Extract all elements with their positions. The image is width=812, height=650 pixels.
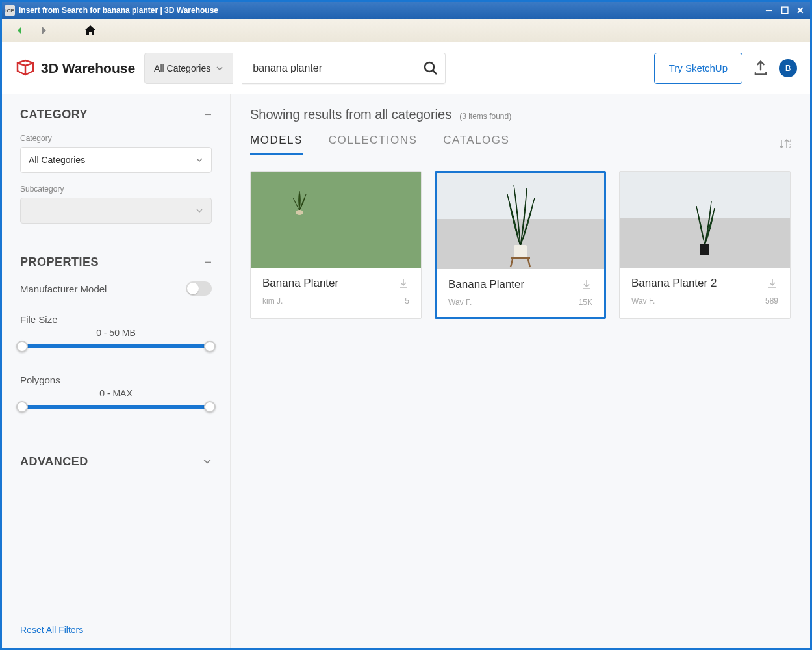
polygons-slider[interactable] — [20, 405, 212, 409]
tab-collections[interactable]: COLLECTIONS — [329, 134, 417, 155]
model-card[interactable]: Banana Planter kim J. 5 — [250, 171, 422, 319]
model-views: 5 — [405, 296, 409, 306]
logo[interactable]: 3D Warehouse — [15, 58, 135, 79]
download-icon[interactable] — [398, 278, 409, 289]
back-button[interactable] — [14, 24, 27, 37]
nav-toolbar — [2, 19, 810, 42]
file-size-handle-min[interactable] — [16, 341, 28, 352]
model-thumbnail — [620, 172, 790, 268]
advanced-section-title: ADVANCED — [20, 455, 88, 469]
logo-icon — [15, 58, 36, 79]
category-section-title: CATEGORY — [20, 108, 88, 122]
file-size-value: 0 - 50 MB — [20, 328, 212, 338]
maximize-button[interactable]: ☐ — [778, 5, 792, 16]
manufacturer-toggle-label: Manufacturer Model — [20, 283, 107, 294]
expand-advanced-icon[interactable] — [203, 454, 212, 469]
polygons-label: Polygons — [20, 374, 212, 385]
category-select[interactable]: All Categories — [20, 147, 212, 173]
logo-text: 3D Warehouse — [41, 60, 135, 76]
search-input[interactable] — [249, 62, 423, 74]
svg-line-7 — [528, 259, 530, 267]
polygons-value: 0 - MAX — [20, 388, 212, 398]
svg-point-4 — [296, 210, 303, 215]
titlebar: ICE Insert from Search for banana plante… — [2, 2, 810, 19]
svg-rect-5 — [514, 245, 527, 259]
model-title: Banana Planter 2 — [631, 277, 717, 290]
svg-rect-9 — [700, 244, 709, 255]
download-icon[interactable] — [767, 278, 778, 289]
file-size-slider[interactable] — [20, 344, 212, 348]
window-title: Insert from Search for banana planter | … — [19, 6, 218, 15]
model-views: 15K — [579, 298, 592, 307]
chevron-down-icon — [216, 64, 223, 72]
upload-icon[interactable] — [752, 59, 770, 77]
app-icon: ICE — [5, 5, 15, 16]
cards-grid: Banana Planter kim J. 5 — [250, 171, 791, 319]
model-card[interactable]: Banana Planter Wav F. 15K — [435, 171, 606, 319]
results-count: (3 items found) — [459, 112, 511, 121]
model-card[interactable]: Banana Planter 2 Wav F. 589 — [619, 171, 791, 319]
avatar[interactable]: B — [779, 59, 797, 77]
search-wrap — [242, 53, 446, 84]
results-title: Showing results from all categories — [250, 107, 451, 122]
properties-section-title: PROPERTIES — [20, 255, 99, 269]
chevron-down-icon — [196, 156, 203, 164]
category-dropdown[interactable]: All Categories — [144, 53, 233, 84]
subcategory-select[interactable] — [20, 198, 212, 224]
header-bar: 3D Warehouse All Categories Try SketchUp… — [2, 42, 810, 94]
collapse-properties-icon[interactable]: − — [204, 255, 212, 270]
minimize-button[interactable]: ─ — [762, 5, 776, 16]
forward-button[interactable] — [37, 24, 50, 37]
category-dropdown-label: All Categories — [154, 63, 210, 73]
model-author: Wav F. — [631, 296, 655, 306]
svg-text:A: A — [789, 138, 791, 143]
sort-button[interactable]: AZ — [778, 137, 791, 153]
manufacturer-toggle[interactable] — [186, 281, 212, 296]
reset-filters-link[interactable]: Reset All Filters — [20, 599, 212, 635]
svg-line-1 — [433, 70, 437, 74]
close-button[interactable]: ✕ — [793, 5, 807, 16]
subcategory-field-label: Subcategory — [20, 185, 212, 194]
svg-line-6 — [511, 259, 513, 267]
try-sketchup-button[interactable]: Try SketchUp — [654, 53, 742, 84]
content: Showing results from all categories (3 i… — [231, 94, 810, 648]
tabs: MODELS COLLECTIONS CATALOGS — [250, 134, 509, 155]
search-icon[interactable] — [423, 60, 438, 76]
category-select-value: All Categories — [29, 155, 85, 165]
download-icon[interactable] — [581, 279, 592, 291]
chevron-down-icon — [196, 207, 203, 214]
tab-models[interactable]: MODELS — [250, 134, 303, 155]
polygons-handle-max[interactable] — [204, 401, 216, 413]
collapse-category-icon[interactable]: − — [204, 107, 212, 122]
svg-point-0 — [425, 62, 434, 72]
file-size-label: File Size — [20, 314, 212, 325]
sidebar: CATEGORY − Category All Categories Subca… — [2, 94, 231, 648]
model-views: 589 — [765, 296, 778, 306]
model-title: Banana Planter — [448, 278, 524, 291]
model-thumbnail — [251, 172, 421, 268]
model-title: Banana Planter — [262, 277, 338, 290]
model-author: kim J. — [262, 296, 283, 306]
category-field-label: Category — [20, 134, 212, 143]
svg-text:Z: Z — [789, 144, 791, 148]
model-thumbnail — [437, 173, 604, 269]
home-button[interactable] — [84, 24, 97, 37]
tab-catalogs[interactable]: CATALOGS — [443, 134, 509, 155]
model-author: Wav F. — [448, 298, 472, 307]
file-size-handle-max[interactable] — [204, 341, 216, 352]
polygons-handle-min[interactable] — [16, 401, 28, 413]
